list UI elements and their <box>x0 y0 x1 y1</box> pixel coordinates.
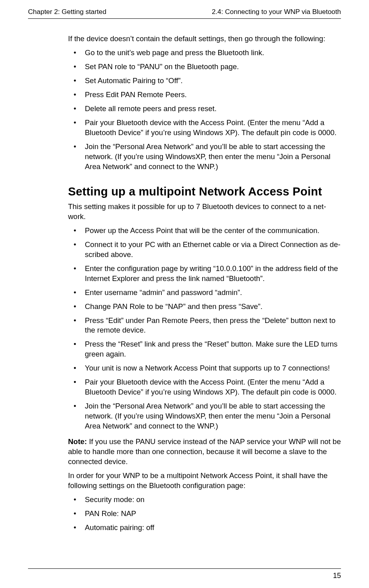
list-item: Pair your Bluetooth device with the Acce… <box>68 377 341 397</box>
list-item: Automatic pairing: off <box>68 523 341 533</box>
header-right: 2.4: Connecting to your WNP via Bluetoot… <box>212 8 341 16</box>
section-lead: This setting makes it possible for up to… <box>68 202 341 222</box>
list-item: Press the “Reset” link and press the “Re… <box>68 339 341 359</box>
list-item: Security mode: on <box>68 495 341 505</box>
list-item: Power up the Access Point that will be t… <box>68 226 341 236</box>
list-item: Enter the configuration page by writing … <box>68 264 341 284</box>
intro-paragraph: If the device doesn’t contain the defaul… <box>68 34 341 44</box>
list-item: Connect it to your PC with an Ethernet c… <box>68 240 341 260</box>
footer-rule <box>28 568 341 569</box>
section-heading: Setting up a multipoint Network Access P… <box>68 184 341 199</box>
running-header: Chapter 2: Getting started 2.4: Connecti… <box>28 8 341 19</box>
list-item: Change PAN Role to be “NAP” and then pre… <box>68 302 341 312</box>
steps-list-1: Go to the unit’s web page and press the … <box>68 48 341 172</box>
header-left: Chapter 2: Getting started <box>28 8 106 16</box>
list-item: Set PAN role to “PANU” on the Bluetooth … <box>68 62 341 72</box>
document-page: Chapter 2: Getting started 2.4: Connecti… <box>0 0 369 588</box>
list-item: Press “Edit” under Pan Remote Peers, the… <box>68 316 341 336</box>
page-content: If the device doesn’t contain the defaul… <box>68 19 341 533</box>
list-item: Your unit is now a Network Access Point … <box>68 363 341 373</box>
settings-intro: In order for your WNP to be a multipoint… <box>68 471 341 491</box>
page-number: 15 <box>333 572 341 580</box>
list-item: Press Edit PAN Remote Peers. <box>68 90 341 100</box>
note-body: If you use the PANU service instead of t… <box>68 437 341 466</box>
list-item: Delete all remote peers and press reset. <box>68 104 341 114</box>
list-item: PAN Role: NAP <box>68 509 341 519</box>
list-item: Join the “Personal Area Network” and you… <box>68 142 341 172</box>
list-item: Set Automatic Pairing to “Off”. <box>68 76 341 86</box>
note-paragraph: Note: If you use the PANU service instea… <box>68 437 341 467</box>
settings-list: Security mode: on PAN Role: NAP Automati… <box>68 495 341 533</box>
steps-list-2: Power up the Access Point that will be t… <box>68 226 341 431</box>
list-item: Pair your Bluetooth device with the Acce… <box>68 118 341 138</box>
list-item: Go to the unit’s web page and press the … <box>68 48 341 58</box>
list-item: Join the “Personal Area Network” and you… <box>68 401 341 431</box>
list-item: Enter username “admin” and password “adm… <box>68 288 341 298</box>
note-label: Note: <box>68 437 87 446</box>
